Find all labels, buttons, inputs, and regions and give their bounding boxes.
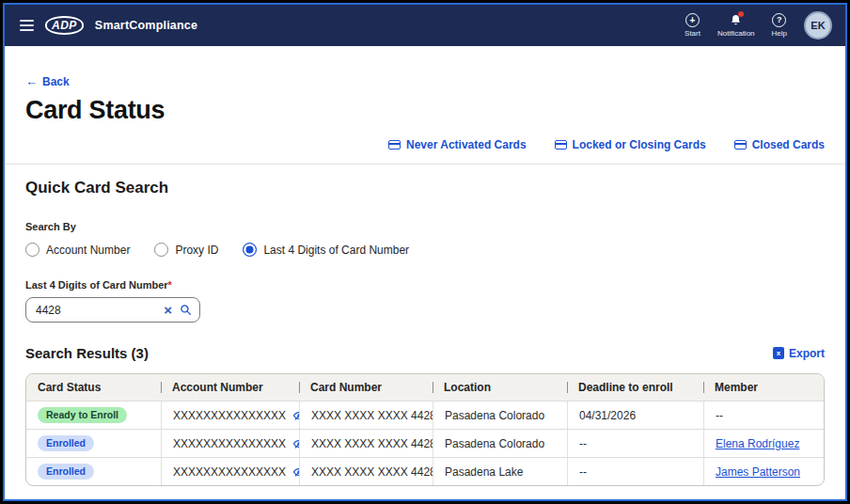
eye-off-icon[interactable]	[292, 409, 299, 422]
back-arrow-icon	[25, 74, 38, 88]
help-button[interactable]: Help	[772, 13, 787, 38]
search-results-heading: Search Results (3)	[25, 345, 149, 361]
status-badge: Ready to Enroll	[38, 407, 127, 423]
table-row: Ready to EnrollXXXXXXXXXXXXXXXXXXX XXXX …	[26, 401, 824, 429]
question-circle-icon	[772, 13, 786, 27]
user-avatar[interactable]: EK	[804, 11, 832, 39]
back-link[interactable]: Back	[25, 74, 70, 88]
status-badge: Enrolled	[38, 435, 94, 451]
cell-deadline: 04/31/2026	[567, 402, 703, 429]
col-card-status: Card Status	[26, 374, 161, 401]
cell-card-number: XXXX XXXX XXXX 4428	[299, 402, 433, 429]
cell-location: Pasadena Colorado	[433, 430, 567, 457]
results-table: Card Status Account Number Card Number L…	[25, 373, 825, 486]
cell-account-number: XXXXXXXXXXXXXXX	[161, 402, 299, 429]
bell-icon	[729, 13, 743, 27]
cell-card-status: Ready to Enroll	[26, 402, 161, 429]
cell-member: James Patterson	[703, 458, 824, 485]
radio-icon	[243, 243, 257, 257]
export-file-icon	[773, 347, 784, 359]
menu-icon[interactable]	[20, 20, 34, 31]
card-icon	[734, 140, 747, 150]
eye-off-icon[interactable]	[292, 465, 299, 479]
adp-logo: ADP	[45, 16, 84, 35]
never-activated-cards-link[interactable]: Never Activated Cards	[388, 138, 527, 151]
cell-member: Elena Rodríguez	[703, 430, 824, 457]
quick-card-search-heading: Quick Card Search	[25, 179, 825, 197]
locked-or-closing-cards-link[interactable]: Locked or Closing Cards	[555, 138, 706, 151]
radio-icon	[25, 243, 39, 257]
brand-name: SmartCompliance	[95, 19, 197, 32]
table-row: EnrolledXXXXXXXXXXXXXXXXXXX XXXX XXXX 44…	[26, 457, 824, 485]
radio-proxy-id[interactable]: Proxy ID	[154, 243, 218, 257]
table-header-row: Card Status Account Number Card Number L…	[26, 374, 824, 401]
cell-location: Pasadena Lake	[433, 458, 567, 485]
required-asterisk: *	[168, 279, 172, 291]
page-title: Card Status	[25, 96, 825, 125]
notification-button[interactable]: Notification	[717, 13, 755, 38]
table-body: Ready to EnrollXXXXXXXXXXXXXXXXXXX XXXX …	[26, 401, 824, 485]
results-bar: Search Results (3) Export	[25, 345, 825, 361]
top-navigation-bar: ADP SmartCompliance Start Notification H…	[5, 5, 845, 46]
col-deadline: Deadline to enroll	[567, 374, 703, 401]
search-icon[interactable]	[180, 304, 192, 316]
radio-account-number[interactable]: Account Number	[25, 243, 130, 257]
notification-dot	[738, 11, 744, 17]
cell-member: --	[703, 402, 824, 429]
screenshot-frame: ADP SmartCompliance Start Notification H…	[0, 0, 850, 504]
last-4-digits-field-label: Last 4 Digits of Card Number*	[25, 279, 825, 291]
col-location: Location	[433, 374, 567, 401]
cell-card-status: Enrolled	[26, 458, 161, 485]
card-icon	[388, 140, 401, 150]
table-row: EnrolledXXXXXXXXXXXXXXXXXXX XXXX XXXX 44…	[26, 429, 824, 457]
app-window: ADP SmartCompliance Start Notification H…	[3, 3, 847, 501]
cell-deadline: --	[567, 430, 703, 457]
cell-card-status: Enrolled	[26, 430, 161, 457]
clear-icon[interactable]	[164, 303, 172, 317]
radio-icon	[154, 243, 168, 257]
col-account-number: Account Number	[161, 374, 299, 401]
member-link[interactable]: Elena Rodríguez	[716, 437, 799, 450]
cell-card-number: XXXX XXXX XXXX 4428	[299, 430, 433, 457]
status-badge: Enrolled	[38, 464, 94, 480]
closed-cards-link[interactable]: Closed Cards	[734, 138, 825, 151]
cell-location: Pasadena Colorado	[433, 402, 567, 429]
section-divider	[5, 164, 845, 165]
last-4-digits-input-wrap	[25, 297, 200, 323]
member-link[interactable]: James Patterson	[716, 465, 800, 479]
search-by-options: Account Number Proxy ID Last 4 Digits of…	[25, 243, 825, 257]
start-button[interactable]: Start	[685, 13, 700, 38]
card-icon	[555, 140, 567, 150]
radio-last-4-digits[interactable]: Last 4 Digits of Card Number	[243, 243, 409, 257]
last-4-digits-input[interactable]	[36, 304, 156, 317]
plus-circle-icon	[685, 13, 700, 27]
search-by-label: Search By	[25, 221, 825, 232]
col-member: Member	[703, 374, 824, 401]
quick-links-row: Never Activated Cards Locked or Closing …	[25, 138, 825, 151]
col-card-number: Card Number	[299, 374, 433, 401]
cell-deadline: --	[567, 458, 703, 485]
export-button[interactable]: Export	[773, 347, 825, 360]
cell-card-number: XXXX XXXX XXXX 4428	[299, 458, 433, 485]
cell-account-number: XXXXXXXXXXXXXXX	[161, 430, 299, 457]
eye-off-icon[interactable]	[292, 437, 299, 450]
cell-account-number: XXXXXXXXXXXXXXX	[161, 458, 299, 485]
